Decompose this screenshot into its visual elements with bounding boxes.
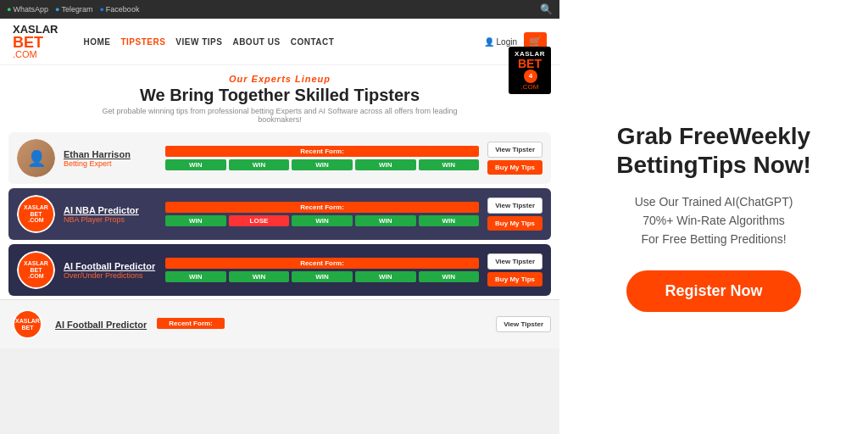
login-label: Login (497, 37, 517, 47)
form-label-nba: Recent Form: (165, 202, 479, 213)
hero-description: Get probable winning tips from professio… (89, 107, 470, 124)
tipster-info-ethan: Ethan Harrison Betting Expert (64, 149, 157, 168)
form-area-ethan: Recent Form: WIN WIN WIN WIN WIN (165, 146, 479, 170)
tipster-role-nba: NBA Player Props (64, 215, 157, 224)
view-tipster-button-ethan[interactable]: View Tipster (487, 142, 542, 158)
form-pill-football-4: WIN (355, 271, 416, 282)
bottom-form-label: Recent Form: (157, 318, 225, 329)
form-pill-4: WIN (355, 159, 416, 170)
actions-football: View Tipster Buy My Tips (487, 253, 542, 287)
form-pill-nba-1: WIN (165, 215, 226, 226)
form-label-football: Recent Form: (165, 258, 479, 269)
tipsters-list: 👤 Ethan Harrison Betting Expert Recent F… (0, 129, 559, 299)
bottom-partial-info: AI Football Predictor (55, 320, 148, 330)
bottom-partial-card: XASLARBET AI Football Predictor Recent F… (0, 299, 559, 348)
form-pill-football-5: WIN (419, 271, 480, 282)
form-pill-football-2: WIN (229, 271, 290, 282)
bottom-partial-actions: View Tipster (496, 316, 551, 332)
user-icon: 👤 (484, 37, 494, 47)
tipster-name-football: AI Football Predictor (64, 261, 157, 271)
corner-logo: XASLAR BET 4 .COM (509, 47, 551, 94)
social-links: ● WhatsApp ● Telegram ● Facebook (7, 5, 139, 14)
logo-text-nba: XASLARBET.COM (24, 204, 48, 224)
corner-logo-badge: 4 (524, 70, 537, 83)
promo-desc-line3: For Free Betting Preditions! (641, 232, 786, 246)
avatar-human-icon: 👤 (17, 139, 55, 177)
facebook-link[interactable]: ● Facebook (99, 5, 139, 14)
actions-nba: View Tipster Buy My Tips (487, 198, 542, 231)
promo-desc-line2: 70%+ Win-Rate Algorithms (643, 214, 785, 227)
promo-title-line1: Grab FreeWeekly (617, 123, 810, 149)
form-pill-football-3: WIN (292, 271, 353, 282)
view-tipster-button-nba[interactable]: View Tipster (487, 198, 542, 214)
tipster-name-nba: AI NBA Predictor (64, 205, 157, 215)
buy-tips-button-nba[interactable]: Buy My Tips (487, 216, 542, 231)
actions-ethan: View Tipster Buy My Tips (487, 142, 542, 175)
logo-text-bottom: XASLARBET (15, 318, 40, 331)
form-pill-football-1: WIN (165, 271, 226, 282)
telegram-icon: ● (55, 5, 59, 14)
avatar-logo-football: XASLARBET.COM (17, 251, 55, 289)
corner-logo-bet: BET 4 (512, 58, 548, 83)
left-panel: Our Experts Lineup ed Tipste across all … (0, 0, 559, 434)
avatar-bottom: XASLARBET (8, 305, 47, 343)
promo-title: Grab FreeWeekly BettingTips Now! (616, 122, 811, 179)
view-tipster-button-football[interactable]: View Tipster (487, 253, 542, 270)
avatar-football: XASLARBET.COM (17, 251, 55, 289)
hero-section: Our Experts Lineup We Bring Together Ski… (0, 65, 559, 129)
nav-tipsters[interactable]: TIPSTERS (120, 37, 165, 47)
avatar-ethan: 👤 (17, 139, 55, 177)
form-pill-1: WIN (165, 159, 226, 170)
form-pill-nba-3: WIN (292, 215, 353, 226)
logo-com: .COM (13, 50, 58, 59)
nav-contact[interactable]: CONTACT (291, 37, 335, 47)
form-pills-ethan: WIN WIN WIN WIN WIN (165, 159, 479, 170)
nav-about-us[interactable]: ABOUT US (232, 37, 280, 47)
search-icon[interactable]: 🔍 (540, 3, 553, 15)
whatsapp-link[interactable]: ● WhatsApp (7, 5, 48, 14)
bottom-partial-form-area: Recent Form: (157, 318, 487, 331)
bottom-view-tipster-button[interactable]: View Tipster (496, 316, 551, 332)
hero-title: We Bring Together Skilled Tipsters (17, 86, 542, 105)
telegram-link[interactable]: ● Telegram (55, 5, 92, 14)
form-pill-5: WIN (419, 159, 480, 170)
bottom-partial-name: AI Football Predictor (55, 320, 148, 330)
form-label-ethan: Recent Form: (165, 146, 479, 157)
site-logo[interactable]: XASLAR BET .COM (13, 24, 58, 59)
form-pill-nba-4: WIN (355, 215, 416, 226)
tipster-card-football: XASLARBET.COM AI Football Predictor Over… (8, 244, 551, 296)
logo-bet: BET (13, 35, 58, 50)
tipster-card-ethan: 👤 Ethan Harrison Betting Expert Recent F… (8, 132, 551, 184)
form-pill-3: WIN (292, 159, 353, 170)
promo-desc-line1: Use Our Trained AI(ChatGPT) (635, 195, 793, 209)
buy-tips-button-ethan[interactable]: Buy My Tips (487, 160, 542, 175)
nav-view-tips[interactable]: VIEW TIPS (175, 37, 222, 47)
logo-text-football: XASLARBET.COM (24, 260, 48, 280)
form-pills-nba: WIN LOSE WIN WIN WIN (165, 215, 479, 226)
telegram-label: Telegram (61, 5, 92, 14)
tipster-info-nba: AI NBA Predictor NBA Player Props (64, 205, 157, 224)
cart-icon: 🛒 (529, 36, 542, 47)
register-now-button[interactable]: Register Now (626, 270, 800, 312)
website-content: XASLAR BET .COM HOME TIPSTERS VIEW TIPS … (0, 19, 559, 299)
form-area-nba: Recent Form: WIN LOSE WIN WIN WIN (165, 202, 479, 226)
form-area-football: Recent Form: WIN WIN WIN WIN WIN (165, 258, 479, 282)
avatar-logo-bottom: XASLARBET (13, 309, 42, 339)
right-panel: Grab FreeWeekly BettingTips Now! Use Our… (559, 0, 868, 434)
tipster-role-ethan: Betting Expert (64, 159, 157, 168)
whatsapp-icon: ● (7, 5, 11, 14)
login-button[interactable]: 👤 Login (484, 37, 517, 47)
promo-description: Use Our Trained AI(ChatGPT) 70%+ Win-Rat… (635, 192, 793, 249)
nav-home[interactable]: HOME (83, 37, 110, 47)
nav-bar: XASLAR BET .COM HOME TIPSTERS VIEW TIPS … (0, 19, 559, 65)
avatar-logo-nba: XASLARBET.COM (17, 195, 55, 233)
form-pill-2: WIN (229, 159, 290, 170)
buy-tips-button-football[interactable]: Buy My Tips (487, 272, 542, 287)
whatsapp-label: WhatsApp (13, 5, 48, 14)
corner-logo-com: .COM (512, 83, 548, 91)
nav-links: HOME TIPSTERS VIEW TIPS ABOUT US CONTACT (83, 37, 334, 47)
tipster-info-football: AI Football Predictor Over/Under Predict… (64, 261, 157, 280)
promo-title-line2: BettingTips Now! (616, 152, 811, 178)
tipster-card-nba: XASLARBET.COM AI NBA Predictor NBA Playe… (8, 188, 551, 240)
browser-top-bar: ● WhatsApp ● Telegram ● Facebook 🔍 (0, 0, 559, 19)
